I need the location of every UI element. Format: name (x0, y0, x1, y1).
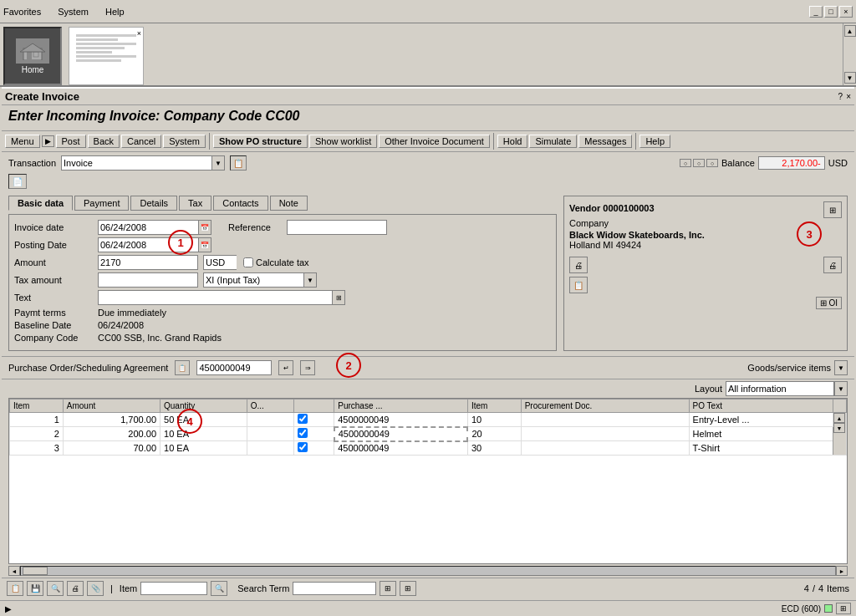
help-menu[interactable]: Help (105, 7, 125, 17)
invoice-panel: Create Invoice ? × Enter Incoming Invoic… (2, 87, 854, 598)
row1-checkbox[interactable] (298, 414, 308, 424)
nav-arrow[interactable]: ▶ (42, 135, 54, 147)
cell-quantity: 10 EA (160, 441, 247, 456)
scroll-track-x (20, 566, 836, 576)
cell-check[interactable] (294, 427, 334, 441)
tab-tax[interactable]: Tax (179, 196, 211, 211)
post-button[interactable]: Post (56, 135, 86, 148)
row2-checkbox[interactable] (298, 428, 308, 438)
po-number-input[interactable] (196, 360, 272, 375)
layout-label: Layout (695, 384, 722, 394)
po-transfer-btn[interactable]: ⇒ (300, 360, 315, 375)
amount-input[interactable] (98, 255, 198, 270)
window-controls: _ □ × (809, 6, 853, 18)
cancel-button[interactable]: Cancel (121, 135, 161, 148)
layout-input[interactable] (726, 381, 834, 396)
close-button[interactable]: × (839, 6, 853, 18)
menu-bar: Favorites System Help (3, 7, 125, 17)
svg-rect-2 (33, 52, 38, 57)
tab-details[interactable]: Details (130, 196, 177, 211)
reference-input[interactable] (287, 220, 387, 235)
status-icon[interactable]: ⊞ (836, 603, 851, 614)
transaction-icon[interactable]: 📋 (230, 155, 247, 171)
col-procurement: Procurement Doc. (521, 400, 689, 413)
tab-basic-data[interactable]: Basic data (8, 196, 73, 211)
minimize-button[interactable]: _ (809, 6, 823, 18)
layout-dropdown-btn[interactable]: ▼ (834, 381, 848, 396)
tab-contacts[interactable]: Contacts (213, 196, 268, 211)
oi-button[interactable]: ⊞ OI (816, 297, 842, 309)
transaction-dropdown-btn[interactable]: ▼ (211, 155, 225, 171)
po-execute-btn[interactable]: ↵ (278, 360, 293, 375)
menu-toolbar-btn[interactable]: Menu (5, 135, 40, 148)
bottom-btn-2[interactable]: 💾 (27, 581, 43, 596)
invoice-header-bar: Create Invoice ? × (2, 89, 854, 105)
vendor-extra-icon[interactable]: 📋 (569, 277, 588, 293)
table-scroll-down[interactable]: ▼ (833, 423, 845, 433)
bottom-btn-5[interactable]: 📎 (87, 581, 104, 596)
show-worklist-button[interactable]: Show worklist (309, 135, 377, 148)
scroll-left-btn[interactable]: ◄ (8, 566, 20, 576)
back-button[interactable]: Back (88, 135, 120, 148)
other-invoice-button[interactable]: Other Invoice Document (379, 135, 490, 148)
po-right: Goods/service items ▼ (747, 360, 848, 375)
calculate-tax-checkbox[interactable] (243, 257, 253, 267)
table-scroll-up[interactable]: ▲ (833, 413, 845, 423)
search-icon-btn-1[interactable]: ⊞ (380, 581, 396, 596)
help-button[interactable]: Help (639, 135, 670, 148)
bottom-btn-1[interactable]: 📋 (7, 581, 23, 596)
panel-close[interactable]: × (846, 92, 851, 101)
text-expand-btn[interactable]: ⊞ (332, 290, 345, 305)
separator-1: | (110, 583, 113, 593)
search-icon-btn-2[interactable]: ⊞ (400, 581, 416, 596)
scroll-up[interactable]: ▲ (844, 25, 856, 37)
tax-type-dropdown[interactable]: ▼ (303, 272, 317, 288)
maximize-button[interactable]: □ (824, 6, 838, 18)
cell-o (247, 427, 293, 441)
cell-purchase: 4500000049 (334, 413, 468, 427)
circle-icon-3: ○ (706, 159, 718, 167)
tax-type-input[interactable] (203, 272, 303, 288)
invoice-date-input[interactable] (98, 220, 198, 235)
po-icon-btn[interactable]: 📋 (175, 360, 190, 375)
posting-date-picker[interactable]: 📅 (198, 237, 211, 252)
vendor-fax-icon[interactable]: 🖨 (569, 257, 588, 273)
row3-checkbox[interactable] (298, 442, 308, 452)
home-button[interactable]: Home (3, 27, 62, 85)
scroll-down[interactable]: ▼ (844, 72, 856, 84)
simulate-button[interactable]: Simulate (529, 135, 577, 148)
favorites-menu[interactable]: Favorites (3, 7, 41, 17)
tab-payment[interactable]: Payment (74, 196, 129, 211)
invoice-date-picker[interactable]: 📅 (198, 220, 211, 235)
vendor-print-icon[interactable]: 🖨 (823, 257, 842, 273)
system-menu[interactable]: System (58, 7, 89, 17)
posting-date-input[interactable] (98, 237, 198, 252)
vendor-detail-btn[interactable]: ⊞ (823, 201, 842, 218)
bottom-btn-4[interactable]: 🖨 (67, 581, 84, 596)
doc-icon[interactable]: 📄 (8, 174, 27, 189)
bottom-btn-3[interactable]: 🔍 (47, 581, 64, 596)
document-preview: × (69, 27, 144, 85)
vendor-box: Vendor 0000100003 ⊞ Company Black Widow … (563, 196, 848, 351)
system-button[interactable]: System (163, 135, 206, 148)
show-po-button[interactable]: Show PO structure (213, 135, 308, 148)
panel-help[interactable]: ? (838, 92, 843, 101)
scroll-thumb-x[interactable] (23, 567, 48, 575)
messages-button[interactable]: Messages (578, 135, 632, 148)
table-header-row: Item Amount Quantity O... Purchase ... I… (10, 400, 847, 413)
goods-dropdown-btn[interactable]: ▼ (834, 360, 848, 375)
item-input[interactable] (140, 582, 207, 595)
text-input[interactable] (98, 290, 332, 305)
item-search-btn[interactable]: 🔍 (211, 581, 227, 596)
form-tabs: Basic data Payment Details Tax Contacts … (8, 196, 557, 211)
tab-note[interactable]: Note (270, 196, 308, 211)
search-input[interactable] (293, 582, 376, 595)
tax-amount-input[interactable] (98, 272, 198, 288)
transaction-input[interactable]: Invoice (61, 155, 211, 171)
hold-button[interactable]: Hold (497, 135, 528, 148)
currency-input[interactable] (203, 255, 237, 270)
scroll-right-btn[interactable]: ► (836, 566, 848, 576)
cell-check[interactable] (294, 413, 334, 427)
preview-close[interactable]: × (137, 29, 141, 38)
cell-check[interactable] (294, 441, 334, 456)
